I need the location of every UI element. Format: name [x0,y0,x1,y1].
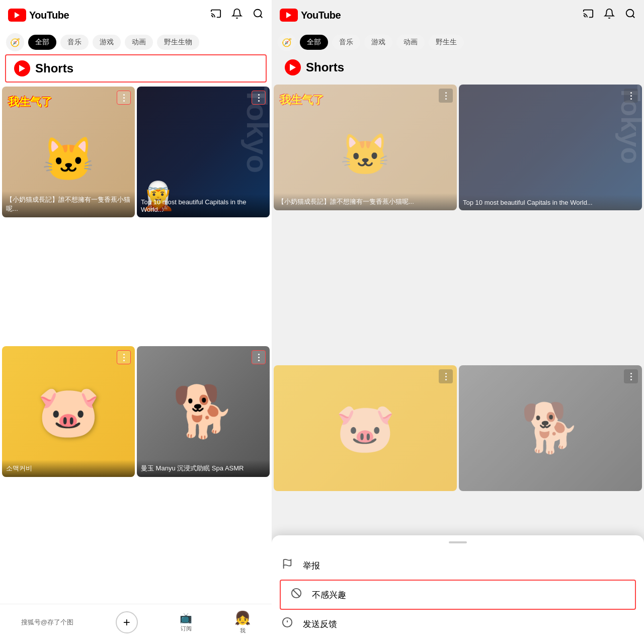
svg-point-4 [626,10,634,17]
youtube-text-right: YouTube [301,10,341,21]
anime-title-right: Top 10 most beautiful Capitals in the Wo… [463,199,638,206]
report-label: 举报 [303,560,320,572]
exclamation-icon [282,617,293,631]
tab-wildlife-left[interactable]: 野生生物 [157,35,199,50]
right-header: YouTube [272,0,644,30]
shorts-icon-left [14,60,30,76]
ban-icon [291,588,302,602]
three-dots-kirby-right [445,373,447,380]
nav-sub-label-left: 订阅 [181,625,192,632]
cat-menu-right[interactable] [439,89,453,103]
nav-add-left[interactable]: + [116,611,138,633]
shorts-icon-right [285,59,301,75]
anime-overlay: Top 10 most beautiful Capitals in the Wo… [137,194,270,217]
nav-home-left[interactable]: 搜狐号@存了个图 [21,618,73,627]
bell-icon-left[interactable] [231,8,243,22]
sheet-handle [449,541,467,543]
video-card-anime-right[interactable]: Tokyo Top 10 most beautiful Capitals in … [459,85,642,210]
flag-icon [282,558,293,573]
tab-games-right[interactable]: 游戏 [364,35,392,50]
search-icon-right[interactable] [625,8,636,22]
svg-point-1 [254,10,262,17]
three-dots-cat [123,94,125,102]
cat-overlay-right: 【小奶猫成長記】誰不想擁有一隻香蕉小猫呢... [274,193,457,210]
kirby-content: 🐷 [2,346,135,477]
tab-games-left[interactable]: 游戏 [93,35,121,50]
nav-profile-left[interactable]: 👧 我 [234,610,251,634]
not-interested-label: 不感兴趣 [312,589,346,601]
anime-title: Top 10 most beautiful Capitals in the Wo… [141,198,266,213]
kirby-title: 소맥커비 [6,464,131,473]
shorts-banner-left[interactable]: Shorts [5,54,267,83]
nav-subscriptions-left[interactable]: 📺 订阅 [180,612,192,632]
cat-top-text-right: 我生气了 [280,93,324,108]
youtube-icon-right [280,9,298,22]
tab-music-right[interactable]: 音乐 [332,35,360,50]
cat-title-right: 【小奶猫成長記】誰不想擁有一隻香蕉小猫呢... [278,197,453,206]
kirby-overlay: 소맥커비 [2,460,135,477]
youtube-text-left: YouTube [29,10,69,21]
kirby-content-right: 🐷 [274,365,457,491]
left-video-grid: 我生气了 🐱 【小奶猫成長記】誰不想擁有一隻香蕉小猫呢... Tokyo 🧝 [0,87,272,604]
dog-menu-button[interactable] [252,350,266,364]
kirby-menu-right[interactable] [439,369,453,383]
sheet-item-feedback[interactable]: 发送反馈 [272,610,644,638]
nav-profile-label-left: 我 [240,627,246,634]
video-card-dog[interactable]: 🐕 曼玉 Manyu 沉浸式助眠 Spa ASMR [137,346,270,477]
shorts-banner-right[interactable]: Shorts [277,54,639,80]
left-bottom-nav: 搜狐号@存了个图 + 📺 订阅 👧 我 [0,604,272,644]
shorts-title-right: Shorts [306,60,344,74]
search-icon-left[interactable] [253,8,264,22]
right-header-icons [583,8,636,22]
tab-explore-right[interactable]: 🧭 [278,33,296,51]
video-card-cat-right[interactable]: 我生气了 🐱 【小奶猫成長記】誰不想擁有一隻香蕉小猫呢... [274,85,457,210]
dog-menu-right[interactable] [624,369,638,383]
svg-line-8 [293,590,300,597]
left-logo: YouTube [8,9,69,22]
left-header-icons [210,8,264,22]
anime-menu-right[interactable] [624,89,638,103]
cast-icon-right[interactable] [583,8,594,22]
cast-icon-left[interactable] [210,8,221,22]
tab-explore-left[interactable]: 🧭 [6,33,24,51]
video-card-cat[interactable]: 我生气了 🐱 【小奶猫成長記】誰不想擁有一隻香蕉小猫呢... [2,87,135,217]
cat-overlay: 【小奶猫成長記】誰不想擁有一隻香蕉小猫呢... [2,191,135,217]
cat-menu-button[interactable] [117,91,131,105]
tab-anime-right[interactable]: 动画 [396,35,425,50]
video-card-dog-right[interactable]: 🐕 [459,365,642,491]
nav-add-button-left[interactable]: + [116,611,138,633]
left-tabs: 🧭 全部 音乐 游戏 动画 野生生物 [0,30,272,54]
cat-top-text: 我生气了 [8,95,52,110]
video-card-anime[interactable]: Tokyo 🧝 Top 10 most beautiful Capitals i… [137,87,270,217]
three-dots-dog [258,354,260,361]
tab-anime-left[interactable]: 动画 [125,35,153,50]
sheet-item-not-interested[interactable]: 不感兴趣 [280,580,636,610]
sohu-label: 搜狐号@存了个图 [21,618,73,627]
video-card-kirby[interactable]: 🐷 소맥커비 [2,346,135,477]
tab-all-right[interactable]: 全部 [300,35,328,50]
right-panel: YouTube � [272,0,644,644]
three-dots-anime [258,94,260,102]
tab-all-left[interactable]: 全部 [28,35,56,50]
tab-wildlife-right[interactable]: 野生生 [429,35,464,50]
bell-icon-right[interactable] [604,8,615,22]
svg-line-5 [632,16,634,18]
three-dots-cat-right [445,92,447,100]
cat-title: 【小奶猫成長記】誰不想擁有一隻香蕉小猫呢... [6,195,131,213]
tab-music-left[interactable]: 音乐 [60,35,89,50]
anime-menu-button[interactable] [252,91,266,105]
kirby-menu-button[interactable] [117,350,131,364]
feedback-label: 发送反馈 [303,618,337,630]
three-dots-dog-right [630,373,632,380]
dog-title: 曼玉 Manyu 沉浸式助眠 Spa ASMR [141,464,266,473]
three-dots-kirby [123,354,125,361]
three-dots-anime-right [630,92,632,100]
dog-content: 🐕 [137,346,270,477]
anime-overlay-right: Top 10 most beautiful Capitals in the Wo… [459,195,642,210]
youtube-icon-left [8,9,26,22]
sheet-item-report[interactable]: 举报 [272,551,644,580]
left-header: YouTube [0,0,272,30]
video-card-kirby-right[interactable]: 🐷 [274,365,457,491]
cat-card-content-right: 我生气了 🐱 [274,85,457,210]
shorts-title-left: Shorts [35,61,73,75]
